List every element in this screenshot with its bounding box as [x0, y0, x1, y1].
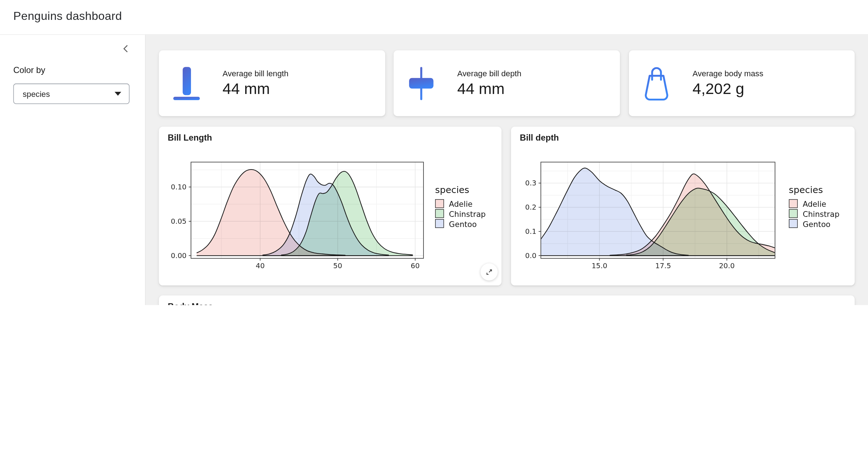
svg-text:15.0: 15.0	[592, 262, 608, 270]
bill-length-legend: species AdelieChinstrapGentoo	[435, 185, 486, 229]
app-header	[0, 0, 868, 35]
legend-swatch	[435, 209, 444, 218]
legend-item: Adelie	[789, 199, 839, 209]
svg-text:0.3: 0.3	[525, 179, 536, 187]
value-box-title: Average body mass	[693, 68, 763, 79]
value-box-value: 4,202 g	[693, 79, 763, 99]
legend-title: species	[789, 185, 839, 195]
value-box-value: 44 mm	[457, 79, 521, 99]
legend-label: Gentoo	[803, 220, 830, 228]
legend-swatch	[789, 209, 797, 218]
svg-text:40: 40	[256, 262, 265, 270]
expand-icon	[485, 268, 493, 276]
legend-title: species	[435, 185, 486, 195]
align-bottom-icon	[173, 67, 201, 101]
svg-text:0.10: 0.10	[171, 183, 187, 191]
value-box-body-mass: Average body mass 4,202 g	[629, 50, 855, 116]
page-title: Penguins dashboard	[13, 9, 122, 23]
svg-text:17.5: 17.5	[655, 262, 671, 270]
svg-text:60: 60	[411, 262, 420, 270]
value-box-value: 44 mm	[222, 79, 288, 99]
bill-length-chart: 0.000.050.10405060	[159, 155, 469, 274]
sidebar-collapse-button[interactable]	[121, 43, 132, 54]
bill-depth-chart: 0.00.10.20.315.017.520.0	[511, 155, 821, 274]
legend-item: Gentoo	[435, 219, 486, 229]
card-title: Body Mass	[168, 301, 213, 305]
svg-text:0.1: 0.1	[525, 227, 536, 236]
value-box-title: Average bill depth	[457, 68, 521, 79]
legend-item: Chinstrap	[435, 209, 486, 219]
bill-depth-legend: species AdelieChinstrapGentoo	[789, 185, 839, 229]
svg-text:20.0: 20.0	[719, 262, 735, 270]
legend-item: Adelie	[435, 199, 486, 209]
svg-text:0.2: 0.2	[525, 203, 536, 211]
chevron-down-icon	[115, 92, 121, 96]
value-box-title: Average bill length	[222, 68, 288, 79]
legend-swatch	[435, 200, 444, 208]
color-by-label: Color by	[13, 65, 45, 76]
legend-item: Gentoo	[789, 219, 839, 229]
legend-label: Adelie	[449, 200, 472, 209]
card-title: Bill Length	[168, 133, 212, 143]
color-by-select[interactable]: species	[13, 83, 129, 104]
svg-text:0.0: 0.0	[525, 252, 536, 260]
legend-label: Adelie	[803, 200, 826, 209]
select-value: species	[23, 89, 115, 98]
chevron-left-icon	[121, 43, 132, 54]
legend-label: Chinstrap	[449, 210, 486, 218]
card-body-mass: Body Mass	[159, 295, 855, 305]
legend-swatch	[435, 219, 444, 228]
value-box-bill-depth: Average bill depth 44 mm	[393, 50, 620, 116]
card-title: Bill depth	[520, 133, 559, 143]
legend-label: Chinstrap	[803, 210, 839, 218]
svg-text:0.00: 0.00	[171, 252, 187, 260]
handbag-icon	[643, 67, 671, 101]
legend-swatch	[789, 219, 797, 228]
sidebar	[0, 35, 146, 305]
legend-item: Chinstrap	[789, 209, 839, 219]
legend-label: Gentoo	[449, 220, 477, 228]
svg-text:0.05: 0.05	[171, 217, 187, 226]
svg-text:50: 50	[333, 262, 342, 270]
legend-swatch	[789, 200, 797, 208]
expand-card-button[interactable]	[481, 264, 498, 280]
align-center-icon	[408, 67, 435, 101]
value-box-bill-length: Average bill length 44 mm	[159, 50, 385, 116]
